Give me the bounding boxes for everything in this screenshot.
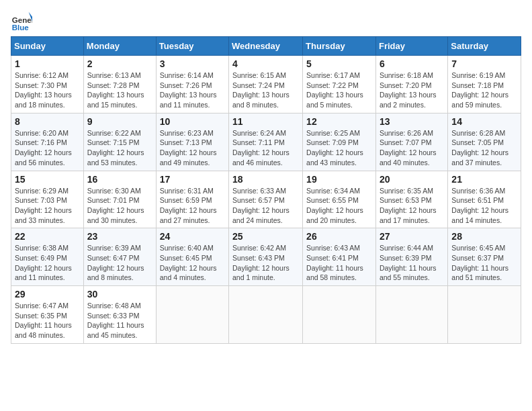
- day-number: 24: [160, 231, 225, 242]
- calendar-cell: [375, 286, 447, 344]
- day-info: Sunrise: 6:15 AMSunset: 7:24 PMDaylight:…: [232, 71, 299, 110]
- calendar-cell: 12Sunrise: 6:25 AMSunset: 7:09 PMDayligh…: [303, 113, 376, 171]
- calendar-cell: 15Sunrise: 6:29 AMSunset: 7:03 PMDayligh…: [11, 171, 84, 228]
- day-info: Sunrise: 6:20 AMSunset: 7:16 PMDaylight:…: [15, 128, 80, 168]
- day-number: 16: [87, 174, 152, 185]
- day-number: 29: [15, 289, 80, 300]
- day-info: Sunrise: 6:40 AMSunset: 6:45 PMDaylight:…: [160, 243, 225, 283]
- header-sunday: Sunday: [11, 37, 84, 56]
- day-number: 13: [380, 116, 444, 127]
- day-number: 9: [87, 116, 152, 127]
- day-info: Sunrise: 6:36 AMSunset: 6:51 PMDaylight:…: [451, 186, 517, 226]
- calendar-cell: 29Sunrise: 6:47 AMSunset: 6:35 PMDayligh…: [11, 286, 84, 344]
- calendar-cell: [229, 286, 303, 344]
- day-number: 22: [15, 231, 80, 242]
- calendar-cell: 17Sunrise: 6:31 AMSunset: 6:59 PMDayligh…: [156, 171, 228, 228]
- day-info: Sunrise: 6:17 AMSunset: 7:22 PMDaylight:…: [306, 71, 372, 110]
- calendar-cell: 11Sunrise: 6:24 AMSunset: 7:11 PMDayligh…: [229, 113, 303, 171]
- day-info: Sunrise: 6:25 AMSunset: 7:09 PMDaylight:…: [306, 128, 372, 168]
- calendar-cell: 25Sunrise: 6:42 AMSunset: 6:43 PMDayligh…: [229, 228, 303, 286]
- day-number: 14: [451, 116, 517, 127]
- day-info: Sunrise: 6:13 AMSunset: 7:28 PMDaylight:…: [87, 71, 152, 110]
- day-number: 3: [160, 58, 225, 69]
- week-row-4: 22Sunrise: 6:38 AMSunset: 6:49 PMDayligh…: [11, 228, 521, 286]
- calendar-table: SundayMondayTuesdayWednesdayThursdayFrid…: [11, 36, 521, 344]
- calendar-cell: 1Sunrise: 6:12 AMSunset: 7:30 PMDaylight…: [11, 56, 84, 113]
- day-number: 28: [451, 231, 517, 242]
- day-info: Sunrise: 6:39 AMSunset: 6:47 PMDaylight:…: [87, 243, 152, 283]
- day-number: 19: [306, 174, 372, 185]
- calendar-cell: 20Sunrise: 6:35 AMSunset: 6:53 PMDayligh…: [375, 171, 447, 228]
- day-info: Sunrise: 6:35 AMSunset: 6:53 PMDaylight:…: [380, 186, 444, 226]
- day-number: 18: [232, 174, 299, 185]
- day-number: 7: [451, 58, 517, 69]
- calendar-cell: 28Sunrise: 6:45 AMSunset: 6:37 PMDayligh…: [448, 228, 521, 286]
- week-row-2: 8Sunrise: 6:20 AMSunset: 7:16 PMDaylight…: [11, 113, 521, 171]
- header-monday: Monday: [83, 37, 156, 56]
- day-info: Sunrise: 6:33 AMSunset: 6:57 PMDaylight:…: [232, 186, 299, 226]
- day-info: Sunrise: 6:30 AMSunset: 7:01 PMDaylight:…: [87, 186, 152, 226]
- calendar-header-row: SundayMondayTuesdayWednesdayThursdayFrid…: [11, 37, 521, 56]
- svg-text:General: General: [12, 16, 32, 24]
- day-number: 20: [380, 174, 444, 185]
- day-info: Sunrise: 6:18 AMSunset: 7:20 PMDaylight:…: [380, 71, 444, 110]
- day-number: 12: [306, 116, 372, 127]
- header-saturday: Saturday: [448, 37, 521, 56]
- calendar-cell: 19Sunrise: 6:34 AMSunset: 6:55 PMDayligh…: [303, 171, 376, 228]
- calendar-cell: 18Sunrise: 6:33 AMSunset: 6:57 PMDayligh…: [229, 171, 303, 228]
- day-number: 15: [15, 174, 80, 185]
- day-info: Sunrise: 6:28 AMSunset: 7:05 PMDaylight:…: [451, 128, 517, 168]
- day-info: Sunrise: 6:12 AMSunset: 7:30 PMDaylight:…: [15, 71, 80, 110]
- calendar-cell: 22Sunrise: 6:38 AMSunset: 6:49 PMDayligh…: [11, 228, 84, 286]
- day-info: Sunrise: 6:47 AMSunset: 6:35 PMDaylight:…: [15, 301, 80, 340]
- week-row-1: 1Sunrise: 6:12 AMSunset: 7:30 PMDaylight…: [11, 56, 521, 113]
- day-number: 23: [87, 231, 152, 242]
- calendar-cell: 9Sunrise: 6:22 AMSunset: 7:15 PMDaylight…: [83, 113, 156, 171]
- day-number: 10: [160, 116, 225, 127]
- calendar-cell: [303, 286, 376, 344]
- day-info: Sunrise: 6:43 AMSunset: 6:41 PMDaylight:…: [306, 243, 372, 283]
- calendar-cell: 4Sunrise: 6:15 AMSunset: 7:24 PMDaylight…: [229, 56, 303, 113]
- day-info: Sunrise: 6:26 AMSunset: 7:07 PMDaylight:…: [380, 128, 444, 168]
- calendar-cell: 27Sunrise: 6:44 AMSunset: 6:39 PMDayligh…: [375, 228, 447, 286]
- week-row-3: 15Sunrise: 6:29 AMSunset: 7:03 PMDayligh…: [11, 171, 521, 228]
- day-number: 1: [15, 58, 80, 69]
- calendar-cell: 10Sunrise: 6:23 AMSunset: 7:13 PMDayligh…: [156, 113, 228, 171]
- header-tuesday: Tuesday: [156, 37, 228, 56]
- day-info: Sunrise: 6:23 AMSunset: 7:13 PMDaylight:…: [160, 128, 225, 168]
- week-row-5: 29Sunrise: 6:47 AMSunset: 6:35 PMDayligh…: [11, 286, 521, 344]
- calendar-cell: [448, 286, 521, 344]
- day-info: Sunrise: 6:45 AMSunset: 6:37 PMDaylight:…: [451, 243, 517, 283]
- calendar-cell: [156, 286, 228, 344]
- calendar-cell: 2Sunrise: 6:13 AMSunset: 7:28 PMDaylight…: [83, 56, 156, 113]
- day-info: Sunrise: 6:44 AMSunset: 6:39 PMDaylight:…: [380, 243, 444, 283]
- calendar-cell: 13Sunrise: 6:26 AMSunset: 7:07 PMDayligh…: [375, 113, 447, 171]
- day-number: 6: [380, 58, 444, 69]
- header-wednesday: Wednesday: [229, 37, 303, 56]
- page-header: General Blue: [11, 11, 521, 32]
- calendar-cell: 7Sunrise: 6:19 AMSunset: 7:18 PMDaylight…: [448, 56, 521, 113]
- day-info: Sunrise: 6:24 AMSunset: 7:11 PMDaylight:…: [232, 128, 299, 168]
- logo: General Blue: [11, 11, 36, 32]
- day-info: Sunrise: 6:42 AMSunset: 6:43 PMDaylight:…: [232, 243, 299, 283]
- calendar-cell: 6Sunrise: 6:18 AMSunset: 7:20 PMDaylight…: [375, 56, 447, 113]
- day-info: Sunrise: 6:48 AMSunset: 6:33 PMDaylight:…: [87, 301, 152, 340]
- calendar-cell: 3Sunrise: 6:14 AMSunset: 7:26 PMDaylight…: [156, 56, 228, 113]
- day-number: 5: [306, 58, 372, 69]
- day-info: Sunrise: 6:34 AMSunset: 6:55 PMDaylight:…: [306, 186, 372, 226]
- calendar-cell: 8Sunrise: 6:20 AMSunset: 7:16 PMDaylight…: [11, 113, 84, 171]
- day-info: Sunrise: 6:19 AMSunset: 7:18 PMDaylight:…: [451, 71, 517, 110]
- day-number: 27: [380, 231, 444, 242]
- calendar-cell: 5Sunrise: 6:17 AMSunset: 7:22 PMDaylight…: [303, 56, 376, 113]
- calendar-cell: 21Sunrise: 6:36 AMSunset: 6:51 PMDayligh…: [448, 171, 521, 228]
- header-thursday: Thursday: [303, 37, 376, 56]
- calendar-body: 1Sunrise: 6:12 AMSunset: 7:30 PMDaylight…: [11, 56, 521, 344]
- logo-icon: General Blue: [11, 11, 32, 32]
- day-info: Sunrise: 6:29 AMSunset: 7:03 PMDaylight:…: [15, 186, 80, 226]
- day-info: Sunrise: 6:31 AMSunset: 6:59 PMDaylight:…: [160, 186, 225, 226]
- day-number: 21: [451, 174, 517, 185]
- calendar-cell: 24Sunrise: 6:40 AMSunset: 6:45 PMDayligh…: [156, 228, 228, 286]
- svg-text:Blue: Blue: [12, 24, 30, 32]
- day-info: Sunrise: 6:38 AMSunset: 6:49 PMDaylight:…: [15, 243, 80, 283]
- day-number: 11: [232, 116, 299, 127]
